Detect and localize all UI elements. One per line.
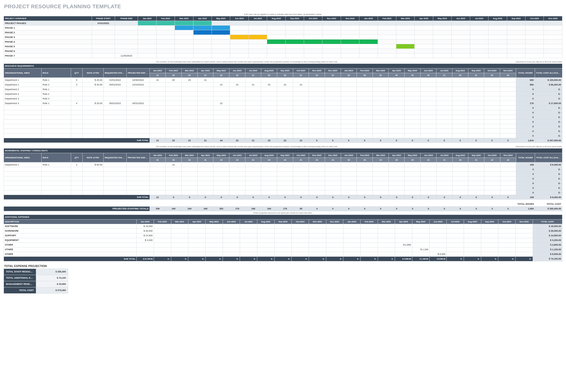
resource-row: 0$ -	[4, 186, 562, 190]
overview-header: PROJECT OVERVIEW	[4, 16, 92, 21]
expense-row: SUPPORT$ 14,500$ 14,500.00	[4, 233, 562, 238]
resource-row: 0$ -	[4, 115, 562, 120]
overview-table: PROJECT OVERVIEWPHASE STARTPHASE ENDJan-…	[4, 16, 562, 58]
resource-table: RESOURCE REQUIREMENTSORGANIZATIONAL AREA…	[4, 64, 562, 143]
resource-row: 0$ -	[4, 167, 562, 172]
resource-row: 0$ -	[4, 129, 562, 134]
resource-row: Department 2Role 30$ -	[4, 96, 562, 101]
incremental-table: INCREMENTAL STAFFING / CONSULTANTSORGANI…	[4, 148, 562, 200]
phase-label: PHASE 5	[4, 44, 92, 49]
resource-row: 0$ -	[4, 190, 562, 195]
summary-row: MANAGEMENT RESERVE (10%)$ 33,950	[4, 281, 68, 287]
expenses-header: ADDITIONAL EXPENSES	[4, 215, 562, 219]
expense-row: OTHER$ 2,800$ 2,800.00	[4, 242, 562, 247]
resource-row: 0$ -	[4, 181, 562, 186]
expenses-table: ADDITIONAL EXPENSESDESCRIPTIONJan-2022Fe…	[4, 215, 562, 261]
phase-label: PROJECT PHASES	[4, 21, 92, 26]
subtotal-label: SUB TOTAL	[4, 195, 150, 200]
summary-row: TOTAL STAFF RESOURCE$ 265,400	[4, 269, 68, 275]
hint-assume: Assumes 8 hours per day for a 40 hour wo…	[495, 61, 562, 63]
section-header: INCREMENTAL STAFFING / CONSULTANTS	[4, 148, 562, 153]
resource-row: Department 2Role 20$ -	[4, 92, 562, 96]
hint-resource: The number of net workdays has been calc…	[4, 61, 490, 63]
grand-totals: TOTAL HOURSTOTAL COSTPROJECTED STAFFING …	[4, 202, 562, 211]
expense-row: OTHER$ 1,100$ 1,100.00	[4, 247, 562, 252]
resource-row: Department 2Role 10$ -	[4, 87, 562, 92]
hint-gantt: A fill color can be applied to cells to …	[4, 13, 562, 15]
hint-expense: Enter projected amount to be spent per m…	[4, 212, 562, 214]
summary-table: TOTAL STAFF RESOURCE$ 265,400TOTAL ADDIT…	[4, 269, 68, 294]
resource-row: Department 3Role 14$ 25.0005/01/202205/3…	[4, 101, 562, 106]
resource-row: 0$ -	[4, 120, 562, 124]
resource-row: Department 1Role 15$ 45.0001/01/202204/3…	[4, 78, 562, 82]
resource-row: 0$ -	[4, 124, 562, 129]
resource-row: 0$ -	[4, 110, 562, 115]
phase-label: PHASE 1	[4, 26, 92, 30]
page-title: PROJECT RESOURCE PLANNING TEMPLATE	[4, 4, 562, 10]
phase-label: PHASE 3	[4, 35, 92, 40]
resource-row: Department 1Role 11$ 50.0021168$ 8,400.0…	[4, 162, 562, 167]
hint-resource2: The number of net workdays has been calc…	[4, 145, 490, 148]
section-header: RESOURCE REQUIREMENTS	[4, 64, 562, 68]
resource-row: Department 1Role 23$ 30.0005/01/202210/1…	[4, 82, 562, 87]
resource-row: 0$ -	[4, 134, 562, 138]
phase-label: PHASE 6	[4, 49, 92, 53]
phase-label: PHASE 4	[4, 40, 92, 44]
resource-row: 0$ -	[4, 106, 562, 110]
resource-row: 0$ -	[4, 172, 562, 176]
summary-title: TOTAL EXPENSE PROJECTION	[4, 264, 562, 268]
phase-label: PHASE 7	[4, 53, 92, 58]
hint-assume2: Assumes 8 hours per day for a 40 hour wo…	[495, 145, 562, 148]
summary-row: TOTAL ADDITIONAL EXPENSES$ 74,100	[4, 275, 68, 281]
expense-row: OTHER$ 8,500$ 8,500.00	[4, 252, 562, 256]
subtotal-label: SUB TOTAL	[4, 138, 150, 143]
expense-row: HARDWARE$ 26,000$ 26,000.00	[4, 229, 562, 233]
expense-row: EQUIPMENT$ 3,200$ 3,200.00	[4, 238, 562, 242]
resource-row: 0$ -	[4, 176, 562, 181]
summary-row: TOTAL COST$ 373,450	[4, 287, 68, 293]
projected-totals-label: PROJECTED STAFFING TOTALS	[4, 206, 150, 211]
expense-subtotal-label: SUB TOTAL	[4, 256, 137, 261]
phase-label: PHASE 2	[4, 30, 92, 35]
expense-row: SOFTWARE$ 18,000$ 18,000.00	[4, 224, 562, 229]
